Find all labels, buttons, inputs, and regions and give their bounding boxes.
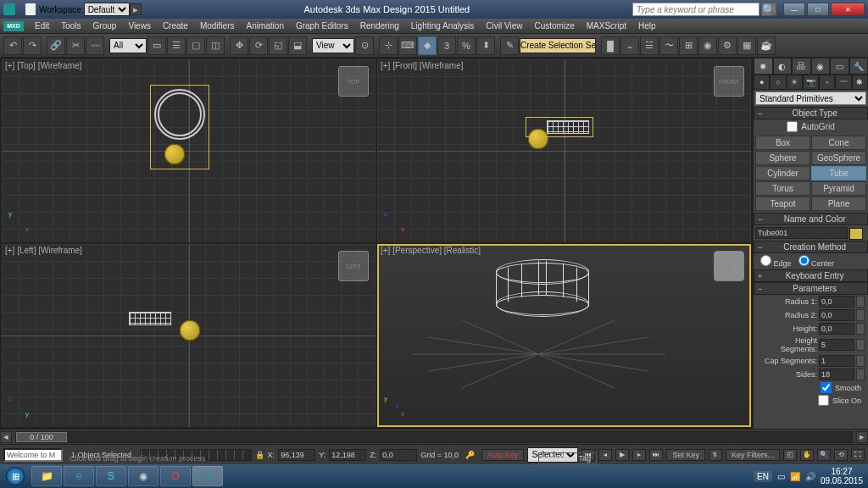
named-selection-set[interactable] bbox=[520, 38, 596, 53]
viewport-top-label[interactable]: [+] [Top] [Wireframe] bbox=[5, 61, 81, 70]
shapes-tab[interactable]: ○ bbox=[770, 75, 786, 90]
pan-view-button[interactable]: ✋ bbox=[800, 449, 814, 461]
menu-maxscript[interactable]: MAXScript bbox=[581, 21, 632, 30]
render-button[interactable]: ☕ bbox=[757, 36, 776, 55]
height-spin-buttons[interactable] bbox=[856, 323, 865, 335]
spacewarps-tab[interactable]: 〰 bbox=[835, 75, 851, 90]
use-pivot-center-button[interactable]: ⊙ bbox=[355, 36, 374, 55]
timeline-prev-button[interactable]: ◂ bbox=[0, 431, 12, 443]
menu-rendering[interactable]: Rendering bbox=[354, 21, 405, 30]
window-minimize-button[interactable]: — bbox=[783, 3, 805, 16]
sphere-object-left[interactable] bbox=[180, 320, 200, 341]
menu-group[interactable]: Group bbox=[87, 21, 123, 30]
radius2-spinner[interactable] bbox=[819, 309, 854, 321]
primitive-box[interactable]: Box bbox=[755, 136, 810, 150]
tube-object-persp[interactable] bbox=[496, 259, 589, 319]
viewport-front-label[interactable]: [+] [Front] [Wireframe] bbox=[381, 61, 464, 70]
isolate-selection-button[interactable]: ◰ bbox=[783, 449, 797, 461]
document-icon[interactable] bbox=[25, 3, 36, 15]
radius2-spin-buttons[interactable] bbox=[856, 309, 865, 321]
primitive-cylinder[interactable]: Cylinder bbox=[755, 166, 810, 180]
object-name-input[interactable] bbox=[755, 227, 848, 239]
time-slider-handle[interactable]: 0 / 100 bbox=[16, 432, 67, 442]
creation-center-radio[interactable]: Center bbox=[798, 255, 835, 268]
workspace-selector[interactable]: Default bbox=[84, 3, 130, 16]
geometry-tab[interactable]: ● bbox=[754, 75, 770, 90]
help-search-input[interactable] bbox=[632, 3, 760, 16]
sides-spin-buttons[interactable] bbox=[856, 369, 865, 380]
sides-spinner[interactable] bbox=[819, 369, 854, 380]
menu-tools[interactable]: Tools bbox=[55, 21, 86, 30]
mirror-button[interactable]: ▐▌ bbox=[601, 36, 620, 55]
viewport-left[interactable]: [+] [Left] [Wireframe] LEFT yz bbox=[2, 244, 376, 427]
render-setup-button[interactable]: ⚙ bbox=[718, 36, 737, 55]
snap-toggle-button[interactable]: ◆ bbox=[418, 36, 437, 55]
schematic-view-button[interactable]: ⊞ bbox=[679, 36, 698, 55]
utilities-panel-tab[interactable]: 🔧 bbox=[849, 58, 869, 75]
primitive-pyramid[interactable]: Pyramid bbox=[811, 181, 866, 196]
language-indicator[interactable]: EN bbox=[754, 471, 772, 482]
add-time-tag-button[interactable]: Add Time Tag bbox=[538, 452, 597, 464]
tray-network-icon[interactable]: 📶 bbox=[790, 472, 800, 481]
radius1-spin-buttons[interactable] bbox=[856, 296, 865, 308]
orbit-button[interactable]: ⟲ bbox=[834, 449, 848, 461]
cap-segments-spinner[interactable] bbox=[819, 355, 854, 367]
material-editor-button[interactable]: ◉ bbox=[698, 36, 717, 55]
viewport-perspective[interactable]: [+] [Perspective] [Realistic] ◈ bbox=[377, 244, 751, 427]
cameras-tab[interactable]: 📷 bbox=[803, 75, 819, 90]
keyboard-shortcut-override-button[interactable]: ⌨ bbox=[398, 36, 417, 55]
viewcube-front[interactable]: FRONT bbox=[714, 66, 744, 97]
app-icon[interactable] bbox=[3, 3, 15, 15]
radius1-spinner[interactable] bbox=[819, 296, 854, 308]
tube-object-left[interactable] bbox=[129, 312, 171, 325]
select-place-button[interactable]: ⬓ bbox=[288, 36, 307, 55]
rollout-creation-method[interactable]: −Creation Method bbox=[754, 241, 868, 253]
percent-snap-button[interactable]: % bbox=[457, 36, 476, 55]
viewcube-left[interactable]: LEFT bbox=[338, 251, 369, 281]
edit-named-sel-button[interactable]: ✎ bbox=[500, 36, 519, 55]
display-panel-tab[interactable]: ▭ bbox=[830, 58, 849, 75]
select-region-button[interactable]: ▢ bbox=[186, 36, 205, 55]
viewport-top[interactable]: [+] [Top] [Wireframe] TOP xy bbox=[2, 59, 376, 242]
task-ie[interactable]: e bbox=[64, 466, 94, 486]
window-maximize-button[interactable]: □ bbox=[807, 3, 829, 16]
height-spinner[interactable] bbox=[819, 323, 854, 335]
start-button[interactable]: ⊞ bbox=[0, 464, 31, 488]
primitive-plane[interactable]: Plane bbox=[811, 197, 866, 211]
primitive-geosphere[interactable]: GeoSphere bbox=[811, 151, 866, 165]
viewport-left-label[interactable]: [+] [Left] [Wireframe] bbox=[5, 246, 82, 255]
primitive-cone[interactable]: Cone bbox=[811, 136, 866, 150]
workspace-arrow-icon[interactable]: ▸ bbox=[130, 3, 142, 15]
viewcube-top[interactable]: TOP bbox=[338, 66, 369, 97]
viewport-front[interactable]: [+] [Front] [Wireframe] FRONT xz bbox=[377, 59, 751, 242]
clock[interactable]: 16:27 09.06.2015 bbox=[821, 467, 863, 485]
select-by-name-button[interactable]: ☰ bbox=[167, 36, 186, 55]
geometry-category-dropdown[interactable]: Standard Primitives bbox=[755, 92, 866, 105]
time-slider-track[interactable]: 0 / 100 bbox=[15, 431, 853, 443]
motion-panel-tab[interactable]: ◉ bbox=[811, 58, 831, 75]
window-close-button[interactable]: ✕ bbox=[831, 3, 865, 16]
link-button[interactable]: 🔗 bbox=[47, 36, 65, 55]
helpers-tab[interactable]: ▫ bbox=[819, 75, 835, 90]
ref-coord-system[interactable]: View bbox=[312, 38, 354, 53]
menu-views[interactable]: Views bbox=[122, 21, 157, 30]
select-rotate-button[interactable]: ⟳ bbox=[249, 36, 268, 55]
task-opera[interactable]: O bbox=[160, 466, 191, 486]
viewcube-persp[interactable]: ◈ bbox=[714, 251, 744, 281]
align-button[interactable]: ⫠ bbox=[620, 36, 639, 55]
unlink-button[interactable]: ✂ bbox=[66, 36, 85, 55]
select-object-button[interactable]: ▭ bbox=[147, 36, 166, 55]
height-segments-spinner[interactable] bbox=[819, 339, 854, 351]
help-search-button[interactable]: 🔍 bbox=[761, 3, 776, 16]
window-crossing-button[interactable]: ◫ bbox=[206, 36, 225, 55]
hierarchy-panel-tab[interactable]: 品 bbox=[792, 58, 811, 75]
lights-tab[interactable]: ☀ bbox=[787, 75, 803, 90]
maximize-viewport-button[interactable]: ⛶ bbox=[851, 449, 865, 461]
zoom-button[interactable]: 🔍 bbox=[817, 449, 831, 461]
curve-editor-button[interactable]: 〜 bbox=[659, 36, 678, 55]
systems-tab[interactable]: ✱ bbox=[852, 75, 868, 90]
redo-button[interactable]: ↷ bbox=[23, 36, 42, 55]
tray-volume-icon[interactable]: 🔊 bbox=[805, 472, 815, 481]
task-chrome[interactable]: ◉ bbox=[128, 466, 159, 486]
bind-spacewarp-button[interactable]: 〰 bbox=[86, 36, 104, 55]
